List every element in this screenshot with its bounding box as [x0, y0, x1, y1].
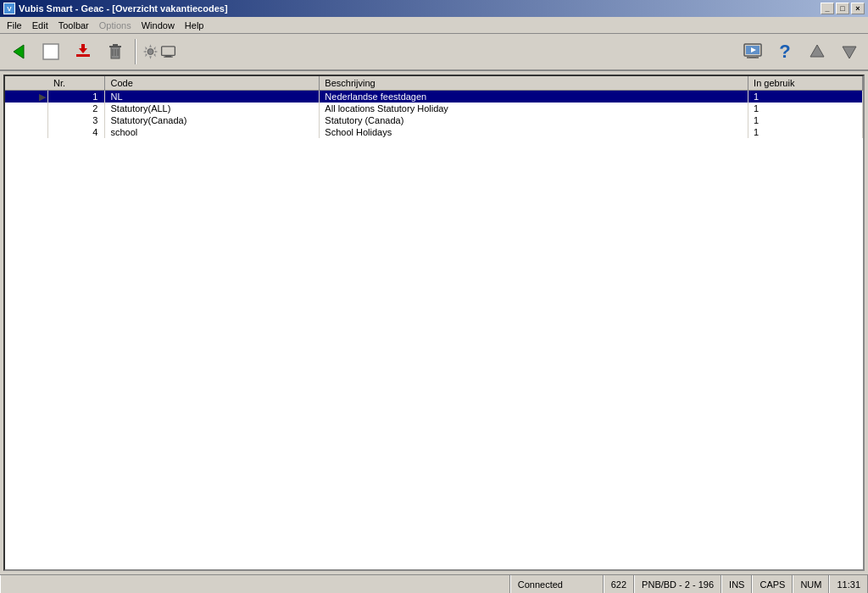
table-row[interactable]: ▶1NLNederlandse feestdagen1	[5, 91, 863, 103]
row-indicator	[5, 114, 48, 126]
pnb-value: PNB/BD - 2 - 196	[642, 579, 714, 590]
toolbar: ?	[0, 34, 868, 71]
cell-nr: 4	[48, 126, 105, 138]
up-button[interactable]	[802, 37, 832, 66]
col-header-code: Code	[105, 76, 320, 91]
monitor-icon	[743, 42, 763, 62]
settings-button[interactable]	[141, 37, 178, 66]
download-icon	[73, 42, 93, 62]
svg-marker-20	[810, 45, 824, 57]
download-button[interactable]	[68, 37, 98, 66]
stop-icon	[41, 42, 61, 62]
svg-rect-2	[76, 54, 90, 57]
num-value: NUM	[800, 579, 821, 590]
table-row[interactable]: 4schoolSchool Holidays1	[5, 126, 863, 138]
code-value: 622	[611, 579, 626, 590]
screen-small-icon	[159, 42, 177, 62]
minimize-button[interactable]: _	[821, 3, 834, 14]
status-empty	[0, 575, 510, 593]
cell-ingebruik: 1	[748, 126, 863, 138]
cell-beschrijving: All locations Statutory Holiday	[320, 103, 748, 114]
status-code: 622	[604, 575, 634, 593]
cell-nr: 3	[48, 114, 105, 126]
close-button[interactable]: ×	[851, 3, 865, 14]
restore-button[interactable]: □	[836, 3, 849, 14]
up-icon	[807, 42, 827, 62]
cell-nr: 1	[48, 91, 105, 103]
caps-value: CAPS	[760, 579, 785, 590]
back-button[interactable]	[3, 37, 34, 66]
status-caps: CAPS	[752, 575, 793, 593]
row-indicator	[5, 103, 48, 114]
svg-rect-6	[109, 46, 121, 47]
cell-code: Statutory(Canada)	[105, 114, 320, 126]
status-pnb: PNB/BD - 2 - 196	[634, 575, 721, 593]
gear-icon	[142, 42, 159, 62]
menu-help[interactable]: Help	[180, 19, 209, 32]
status-num: NUM	[793, 575, 829, 593]
cell-ingebruik: 1	[748, 103, 863, 114]
cell-code: school	[105, 126, 320, 138]
menu-edit[interactable]: Edit	[27, 19, 53, 32]
status-connected: Connected	[510, 575, 604, 593]
row-indicator: ▶	[5, 91, 48, 103]
cell-beschrijving: School Holidays	[320, 126, 748, 138]
table-row[interactable]: 2Statutory(ALL)All locations Statutory H…	[5, 103, 863, 114]
table-header-row: Nr. Code Beschrijving In gebruik	[5, 76, 863, 91]
vacation-codes-table: Nr. Code Beschrijving In gebruik ▶1NLNed…	[5, 76, 863, 138]
col-header-nr: Nr.	[48, 76, 105, 91]
menu-bar: File Edit Toolbar Options Window Help	[0, 17, 868, 34]
row-indicator	[5, 126, 48, 138]
status-bar: Connected 622 PNB/BD - 2 - 196 INS CAPS …	[0, 574, 868, 593]
down-button[interactable]	[834, 37, 865, 66]
window-title: Vubis Smart - Geac - [Overzicht vakantie…	[19, 3, 228, 14]
app-icon: V	[3, 3, 15, 14]
menu-options: Options	[94, 19, 136, 32]
cell-code: Statutory(ALL)	[105, 103, 320, 114]
svg-rect-1	[43, 44, 58, 59]
menu-window[interactable]: Window	[136, 19, 180, 32]
table-row[interactable]: 3Statutory(Canada)Statutory (Canada)1	[5, 114, 863, 126]
title-bar-controls[interactable]: _ □ ×	[821, 3, 865, 14]
svg-rect-12	[162, 47, 175, 56]
cell-ingebruik: 1	[748, 91, 863, 103]
svg-rect-7	[113, 44, 118, 46]
cell-code: NL	[105, 91, 320, 103]
main-content: Nr. Code Beschrijving In gebruik ▶1NLNed…	[3, 75, 865, 571]
down-icon	[839, 42, 860, 62]
time-value: 11:31	[837, 579, 860, 590]
table-body: ▶1NLNederlandse feestdagen12Statutory(AL…	[5, 91, 863, 139]
monitor-button[interactable]	[737, 37, 768, 66]
col-indicator	[5, 76, 48, 91]
delete-icon	[105, 42, 125, 62]
status-time: 11:31	[829, 575, 868, 593]
svg-marker-21	[843, 47, 856, 58]
menu-file[interactable]: File	[2, 19, 27, 32]
col-header-beschrijving: Beschrijving	[320, 76, 748, 91]
title-bar: V Vubis Smart - Geac - [Overzicht vakant…	[0, 0, 868, 17]
status-ins: INS	[721, 575, 752, 593]
delete-button[interactable]	[100, 37, 131, 66]
svg-marker-0	[14, 45, 24, 58]
ins-value: INS	[729, 579, 744, 590]
connected-label: Connected	[518, 579, 563, 590]
cell-beschrijving: Nederlandse feestdagen	[320, 91, 748, 103]
menu-toolbar[interactable]: Toolbar	[53, 19, 94, 32]
stop-button[interactable]	[36, 37, 66, 66]
cell-nr: 2	[48, 103, 105, 114]
svg-point-11	[147, 49, 153, 55]
back-icon	[8, 42, 29, 62]
title-bar-left: V Vubis Smart - Geac - [Overzicht vakant…	[3, 3, 228, 14]
cell-beschrijving: Statutory (Canada)	[320, 114, 748, 126]
cell-ingebruik: 1	[748, 114, 863, 126]
help-button[interactable]: ?	[770, 37, 800, 66]
toolbar-separator-1	[135, 39, 136, 64]
toolbar-right: ?	[737, 37, 865, 66]
svg-rect-4	[81, 44, 85, 51]
col-header-ingebruik: In gebruik	[748, 76, 863, 91]
